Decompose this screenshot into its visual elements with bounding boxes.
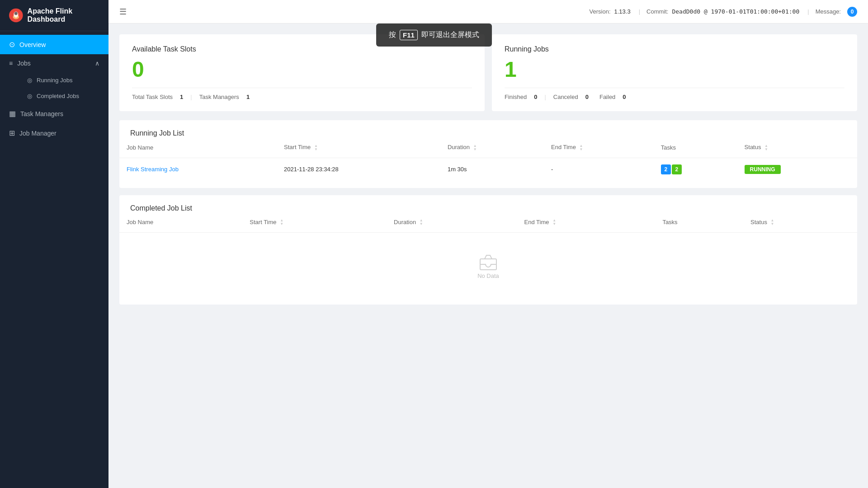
message-count: 0 <box>851 9 854 15</box>
toast-suffix: 即可退出全屏模式 <box>421 30 479 40</box>
status-cell: RUNNING <box>737 158 857 181</box>
col-tasks-label: Tasks <box>661 144 676 151</box>
no-data-area: No Data <box>119 233 857 297</box>
job-name-cell: Flink Streaming Job <box>119 158 277 181</box>
topbar-right: Version: 1.13.3 | Commit: DeadD0d0 @ 197… <box>590 7 857 17</box>
sidebar-item-overview[interactable]: ⊙ Overview <box>0 35 108 54</box>
failed-label: Failed <box>599 94 615 100</box>
overview-icon: ⊙ <box>9 40 15 49</box>
running-job-thead: Job Name Start Time ▲▼ Duration ▲▼ <box>119 137 857 158</box>
col-status-label: Status <box>745 144 761 150</box>
finished-value: 0 <box>534 94 537 100</box>
jobs-label: Jobs <box>17 60 31 67</box>
col-start-time[interactable]: Start Time ▲▼ <box>277 137 440 158</box>
running-job-header-row: Job Name Start Time ▲▼ Duration ▲▼ <box>119 137 857 158</box>
status-badge: RUNNING <box>745 165 781 174</box>
comp-col-tasks-label: Tasks <box>662 219 677 225</box>
available-task-slots-value: 0 <box>132 59 472 80</box>
tasks-cell: 2 2 <box>654 158 737 181</box>
running-jobs-value: 1 <box>505 59 844 80</box>
sort-icon-end: ▲▼ <box>580 144 583 151</box>
col-duration-label: Duration <box>448 144 470 150</box>
comp-col-duration-label: Duration <box>394 219 416 225</box>
running-job-list-title: Running Job List <box>119 120 857 137</box>
comp-col-job-name-label: Job Name <box>127 219 153 225</box>
task-managers-icon: ▦ <box>9 109 16 118</box>
task-managers-stat-label: Task Managers <box>199 94 239 100</box>
chevron-up-icon: ∧ <box>95 60 99 67</box>
comp-col-start-time-label: Start Time <box>250 219 276 225</box>
task-managers-stat-value: 1 <box>246 94 250 100</box>
fullscreen-toast: 按 F11 即可退出全屏模式 <box>376 23 492 47</box>
comp-col-end-time[interactable]: End Time ▲▼ <box>517 212 656 233</box>
job-manager-label: Job Manager <box>19 130 57 137</box>
stats-sep: | <box>190 94 192 100</box>
sidebar-item-running-jobs[interactable]: ◎ Running Jobs <box>18 72 108 88</box>
completed-job-header-row: Job Name Start Time ▲▼ Duration ▲▼ <box>119 212 857 233</box>
version-label: Version: <box>590 8 611 15</box>
comp-col-status-label: Status <box>750 219 767 225</box>
completed-job-list-section: Completed Job List Job Name Start Time ▲… <box>119 195 857 305</box>
comp-col-status[interactable]: Status ▲▼ <box>743 212 857 233</box>
running-jobs-card-title: Running Jobs <box>505 45 844 53</box>
task-slots-stats: Total Task Slots 1 | Task Managers 1 <box>132 94 472 100</box>
comp-sort-icon-end: ▲▼ <box>552 219 556 226</box>
stats-sep2: | <box>544 94 546 100</box>
comp-col-tasks: Tasks <box>655 212 743 233</box>
app-title: Apache Flink Dashboard <box>28 7 99 23</box>
topbar-left: ☰ <box>119 7 127 17</box>
job-manager-icon: ⊞ <box>9 129 15 137</box>
tasks-badges: 2 2 <box>661 164 730 174</box>
total-task-slots-value: 1 <box>180 94 183 100</box>
running-job-table: Job Name Start Time ▲▼ Duration ▲▼ <box>119 137 857 181</box>
sidebar-item-task-managers[interactable]: ▦ Task Managers <box>0 104 108 123</box>
sort-icon-duration: ▲▼ <box>473 144 477 151</box>
no-data-text: No Data <box>477 272 499 279</box>
no-data-icon <box>477 251 499 272</box>
finished-label: Finished <box>505 94 527 100</box>
sidebar-item-jobs[interactable]: ≡ Jobs ∧ <box>0 54 108 72</box>
col-end-time[interactable]: End Time ▲▼ <box>544 137 654 158</box>
running-jobs-card: Running Jobs 1 Finished 0 | Canceled 0 F… <box>492 34 857 111</box>
running-job-table-wrap: Job Name Start Time ▲▼ Duration ▲▼ <box>119 137 857 188</box>
canceled-label: Canceled <box>553 94 578 100</box>
job-name-link[interactable]: Flink Streaming Job <box>127 166 179 173</box>
comp-col-start-time[interactable]: Start Time ▲▼ <box>242 212 387 233</box>
flink-logo <box>9 7 23 23</box>
sidebar-nav: ⊙ Overview ≡ Jobs ∧ ◎ Running Jobs ◎ Com… <box>0 31 108 488</box>
hamburger-icon[interactable]: ☰ <box>119 7 127 17</box>
sidebar-item-job-manager[interactable]: ⊞ Job Manager <box>0 123 108 143</box>
col-status[interactable]: Status ▲▼ <box>737 137 857 158</box>
completed-job-thead: Job Name Start Time ▲▼ Duration ▲▼ <box>119 212 857 233</box>
jobs-submenu: ◎ Running Jobs ◎ Completed Jobs <box>0 72 108 104</box>
completed-job-table-wrap: Job Name Start Time ▲▼ Duration ▲▼ <box>119 212 857 305</box>
task-badge-green: 2 <box>672 164 682 174</box>
col-job-name-label: Job Name <box>127 144 153 151</box>
running-jobs-dot-icon: ◎ <box>27 77 32 84</box>
content: Available Task Slots 0 Total Task Slots … <box>108 23 868 488</box>
comp-col-job-name: Job Name <box>119 212 242 233</box>
canceled-value: 0 <box>585 94 589 100</box>
comp-sort-icon-duration: ▲▼ <box>420 219 423 226</box>
message-label: Message: <box>816 8 841 15</box>
running-job-tbody: Flink Streaming Job 2021-11-28 23:34:28 … <box>119 158 857 181</box>
sep2: | <box>807 8 809 15</box>
topbar: ☰ Version: 1.13.3 | Commit: DeadD0d0 @ 1… <box>108 0 868 23</box>
sep1: | <box>639 8 640 15</box>
task-badge-blue: 2 <box>661 164 671 174</box>
sidebar-item-completed-jobs[interactable]: ◎ Completed Jobs <box>18 88 108 104</box>
running-jobs-stats: Finished 0 | Canceled 0 Failed 0 <box>505 94 844 100</box>
completed-job-list-title: Completed Job List <box>119 195 857 212</box>
version-value: 1.13.3 <box>614 8 631 15</box>
col-duration[interactable]: Duration ▲▼ <box>440 137 544 158</box>
toast-prefix: 按 <box>389 30 396 40</box>
col-tasks: Tasks <box>654 137 737 158</box>
comp-sort-icon-start: ▲▼ <box>280 219 283 226</box>
col-end-time-label: End Time <box>551 144 576 150</box>
running-job-list-section: Running Job List Job Name Start Time ▲▼ <box>119 120 857 188</box>
card-divider <box>132 88 472 88</box>
task-managers-label: Task Managers <box>20 110 63 117</box>
running-card-divider <box>505 88 844 88</box>
comp-col-duration[interactable]: Duration ▲▼ <box>387 212 517 233</box>
message-badge[interactable]: 0 <box>847 7 857 17</box>
